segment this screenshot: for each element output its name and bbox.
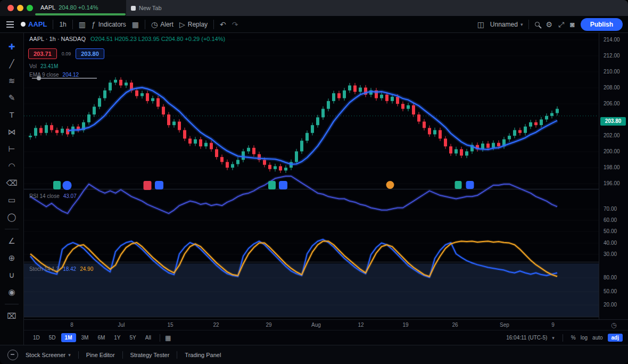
zoom-window-button[interactable] <box>27 5 33 11</box>
percent-scale-button[interactable]: % <box>571 335 576 341</box>
gear-icon: ⚙ <box>546 21 552 28</box>
trade-marker[interactable] <box>63 181 72 190</box>
quick-search-button[interactable] <box>535 22 540 27</box>
clock-timestamp[interactable]: 16:04:11 (UTC-5) <box>506 335 547 341</box>
ellipse-tool-icon[interactable]: ◯ <box>7 209 16 226</box>
replay-button[interactable]: ▷ Replay <box>179 21 208 28</box>
stoch-legend[interactable]: Stoch 14 1 3 18.42 24.90 <box>29 266 93 272</box>
spread-value: 0.09 <box>62 51 71 56</box>
tab-loading-bar <box>35 13 126 15</box>
range-button-1y[interactable]: 1Y <box>110 333 124 342</box>
show-hide-icon[interactable]: ◉ <box>8 284 15 301</box>
layout-name-dropdown[interactable]: Unnamed ▾ <box>490 21 523 28</box>
close-window-button[interactable] <box>7 5 14 11</box>
axis-label: 20.00 <box>604 302 617 308</box>
grid-template-icon: ▦ <box>132 21 139 28</box>
range-button-6m[interactable]: 6M <box>94 333 109 342</box>
trade-marker[interactable] <box>455 181 462 189</box>
fullscreen-button[interactable]: ⤢ <box>558 21 564 28</box>
chart-settings-button[interactable]: ⚙ <box>546 21 552 28</box>
rsi-legend[interactable]: RSI 14 close 43.07 <box>29 193 77 199</box>
footer-tab-stock-screener[interactable]: Stock Screener▾ <box>26 352 71 358</box>
toolbar-separator <box>563 334 563 342</box>
trading-app-window: AAPL204.80 +0.14% New Tab AAPL 1h ▥ ƒ In… <box>0 0 628 364</box>
stoch-k-value: 18.42 <box>63 266 76 272</box>
auto-scale-button[interactable]: auto <box>592 335 602 341</box>
chat-help-icon[interactable] <box>7 350 18 360</box>
fib-tool-icon[interactable]: ≋ <box>9 72 15 89</box>
symbol-legend[interactable]: AAPL · 1h · NASDAQ O204.51 H205.23 L203.… <box>29 36 225 42</box>
chart-type-button[interactable]: ▥ <box>79 21 86 28</box>
footer-separator <box>177 351 177 359</box>
toolbar-separator <box>528 20 529 29</box>
drawing-handle[interactable] <box>37 76 41 80</box>
range-button-5d[interactable]: 5D <box>45 333 60 342</box>
brush-tool-icon[interactable]: ✎ <box>9 89 15 106</box>
trendline-tool-icon[interactable]: ╱ <box>9 55 14 72</box>
go-to-date-icon[interactable]: ▦ <box>165 335 171 341</box>
buy-button[interactable]: 203.80 <box>76 48 104 59</box>
magnet-tool-icon[interactable]: ∪ <box>9 267 15 284</box>
ruler-tool-icon[interactable]: ∠ <box>8 233 15 250</box>
trade-marker[interactable] <box>268 181 276 189</box>
range-button-all[interactable]: All <box>142 333 155 342</box>
chart-canvas[interactable] <box>24 33 599 319</box>
range-button-3m[interactable]: 3M <box>78 333 93 342</box>
active-browser-tab[interactable]: AAPL204.80 +0.14% <box>0 0 126 16</box>
alert-button[interactable]: ◷ Alert <box>151 21 173 28</box>
trade-marker[interactable] <box>144 181 152 190</box>
redo-button[interactable]: ↷ <box>232 21 238 28</box>
active-tab-title: AAPL204.80 +0.14% <box>40 4 98 11</box>
footer-tab-pine-editor[interactable]: Pine Editor <box>86 352 115 358</box>
forecast-tool-icon[interactable]: ⊢ <box>8 140 15 158</box>
session-clock-icon[interactable]: ◷ <box>611 321 616 329</box>
pattern-tool-icon[interactable]: ⋈ <box>8 123 16 140</box>
range-button-1d[interactable]: 1D <box>29 333 44 342</box>
price-axis[interactable]: 214.00212.00210.00208.00206.00202.00200.… <box>599 33 628 319</box>
range-button-5y[interactable]: 5Y <box>126 333 140 342</box>
range-button-1m[interactable]: 1M <box>61 333 76 342</box>
time-label: 29 <box>266 322 271 328</box>
rail-separator <box>5 229 19 229</box>
interval-button[interactable]: 1h <box>59 21 66 28</box>
footer-tab-strategy-tester[interactable]: Strategy Tester <box>130 352 170 358</box>
trade-marker[interactable] <box>279 181 287 189</box>
eraser-tool-icon[interactable]: ⌫ <box>6 175 17 192</box>
templates-button[interactable]: ▦ <box>132 21 139 28</box>
main-menu-button[interactable] <box>5 24 15 25</box>
symbol-search-button[interactable]: AAPL <box>21 20 47 28</box>
horizontal-line-drawing[interactable] <box>32 78 97 79</box>
trade-marker[interactable] <box>53 181 61 189</box>
time-label: Sep <box>500 322 509 328</box>
indicators-button[interactable]: ƒ Indicators <box>92 21 126 28</box>
trade-marker[interactable] <box>155 181 163 189</box>
toolbar-separator <box>213 20 214 29</box>
trade-marker[interactable] <box>466 181 474 189</box>
rectangle-tool-icon[interactable]: ▭ <box>8 192 15 209</box>
axis-label: 214.00 <box>604 37 620 43</box>
axis-label: 50.00 <box>604 288 617 294</box>
trade-marker[interactable] <box>386 181 394 189</box>
time-label: 12 <box>358 322 363 328</box>
sell-button[interactable]: 203.71 <box>28 48 57 59</box>
layout-panel-button[interactable]: ◫ <box>477 21 484 28</box>
axis-label: 60.00 <box>604 217 617 223</box>
trash-tool-icon[interactable]: ⌧ <box>7 308 16 325</box>
arc-tool-icon[interactable]: ◠ <box>8 158 15 175</box>
minimize-window-button[interactable] <box>17 5 23 11</box>
text-tool-icon[interactable]: T <box>9 106 14 123</box>
adjust-data-button[interactable]: adj <box>608 334 623 342</box>
undo-button[interactable]: ↶ <box>220 21 226 28</box>
current-price-label: 203.80 <box>600 117 626 126</box>
volume-legend[interactable]: Vol 23.41M <box>29 63 58 69</box>
zoom-tool-icon[interactable]: ⊕ <box>9 250 15 267</box>
inactive-browser-tab[interactable]: New Tab <box>131 5 162 11</box>
axis-label: 40.00 <box>604 240 617 246</box>
crosshair-tool-icon[interactable]: ✚ <box>9 38 15 55</box>
footer-tab-trading-panel[interactable]: Trading Panel <box>185 352 221 358</box>
log-scale-button[interactable]: log <box>581 335 588 341</box>
time-label: 26 <box>452 322 458 328</box>
time-axis[interactable]: 8Jul152229Aug121926Sep9◷ <box>24 319 628 330</box>
screenshot-button[interactable]: ◙ <box>570 21 574 28</box>
publish-button[interactable]: Publish <box>581 18 623 31</box>
